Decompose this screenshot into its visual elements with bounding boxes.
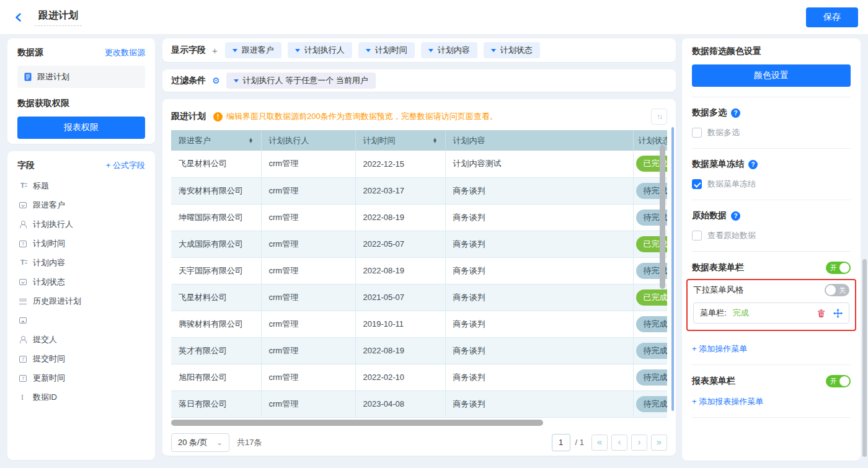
- chevron-down-icon: [491, 49, 496, 52]
- field-item[interactable]: 更新时间: [7, 368, 155, 387]
- dropdown-style-toggle[interactable]: 关: [825, 284, 849, 296]
- column-header[interactable]: 计划执行人: [261, 130, 355, 151]
- field-item[interactable]: 标题: [7, 176, 155, 195]
- field-item[interactable]: 计划执行人: [7, 214, 155, 234]
- display-field-chip[interactable]: 计划内容: [421, 42, 477, 58]
- next-page-button[interactable]: ›: [631, 435, 647, 451]
- cell-date: 2022-02-10: [355, 364, 445, 391]
- page-title[interactable]: 跟进计划: [35, 8, 82, 26]
- field-item[interactable]: 跟进客户: [7, 195, 155, 214]
- help-icon[interactable]: ?: [748, 160, 758, 169]
- change-datasource-link[interactable]: 更改数据源: [105, 47, 145, 58]
- multi-select-checkbox[interactable]: [692, 128, 702, 138]
- page-size-select[interactable]: 20 条/页 ⌄: [171, 433, 229, 452]
- cell-content: 商务谈判: [445, 177, 633, 204]
- table-header-row: 跟进客户 计划执行人 计划时间 计划内容 计划状态: [171, 130, 667, 151]
- add-formula-field-link[interactable]: + 公式字段: [106, 160, 145, 171]
- datasource-heading: 数据源: [17, 47, 43, 58]
- menu-freeze-checkbox[interactable]: [692, 179, 702, 189]
- save-button[interactable]: 保存: [806, 7, 858, 27]
- select-icon: [19, 201, 27, 210]
- cell-status: 待完成: [633, 391, 667, 417]
- cell-executor: crm管理: [261, 177, 355, 204]
- add-report-action-menu-link[interactable]: + 添加报表操作菜单: [692, 396, 763, 407]
- display-field-chip[interactable]: 计划时间: [358, 42, 415, 58]
- report-menu-toggle[interactable]: 开: [826, 375, 851, 387]
- field-item[interactable]: 提交人: [7, 330, 155, 349]
- chevron-down-icon: [295, 49, 300, 52]
- field-item[interactable]: 提交时间: [7, 349, 155, 368]
- table-row[interactable]: 旭阳有限公司 crm管理 2022-02-10 商务谈判 待完成: [171, 364, 667, 391]
- color-setting-button[interactable]: 颜色设置: [692, 64, 851, 87]
- menu-bar-item[interactable]: 菜单栏: 完成: [693, 302, 849, 324]
- help-icon[interactable]: ?: [731, 211, 740, 221]
- report-permission-button[interactable]: 报表权限: [17, 117, 145, 139]
- table-title: 跟进计划: [171, 111, 206, 122]
- table-row[interactable]: 英才有限公司 crm管理 2022-08-19 商务谈判 待完成: [171, 337, 667, 364]
- add-action-menu-link[interactable]: + 添加操作菜单: [692, 343, 747, 355]
- field-item[interactable]: 计划内容: [7, 253, 155, 272]
- toggle-knob: [839, 263, 849, 273]
- menu-freeze-heading: 数据菜单冻结: [692, 159, 744, 170]
- page-vertical-scrollbar[interactable]: [862, 259, 867, 457]
- first-page-button[interactable]: «: [591, 435, 608, 451]
- table-row[interactable]: 天宇国际有限公司 crm管理 2022-08-19 商务谈判 待完成: [171, 257, 667, 284]
- display-field-chip[interactable]: 计划执行人: [288, 42, 352, 58]
- datasource-panel: 数据源 更改数据源 跟进计划 数据获取权限 报表权限: [7, 38, 155, 144]
- display-field-chip[interactable]: 计划状态: [484, 42, 540, 58]
- back-button[interactable]: [10, 9, 27, 26]
- warning-icon: !: [213, 112, 223, 121]
- cell-content: 商务谈判: [445, 284, 633, 311]
- cell-content: 计划内容测试: [445, 151, 633, 177]
- sort-order-button[interactable]: ↑↓: [651, 108, 667, 125]
- current-page-input[interactable]: 1: [552, 434, 570, 451]
- column-header[interactable]: 计划内容: [445, 130, 633, 151]
- cell-status: 待完成: [633, 364, 667, 391]
- column-header[interactable]: 计划时间: [355, 130, 445, 151]
- cell-content: 商务谈判: [445, 231, 633, 257]
- menu-freeze-checkbox-label: 数据菜单冻结: [707, 179, 756, 190]
- table-horizontal-scrollbar[interactable]: [171, 420, 543, 426]
- field-item[interactable]: 计划时间: [7, 234, 155, 253]
- cell-executor: crm管理: [261, 257, 355, 284]
- table-row[interactable]: 大成国际有限公司 crm管理 2022-05-07 商务谈判 已完成: [171, 231, 667, 257]
- table-row[interactable]: 海安材料有限公司 crm管理 2022-03-17 商务谈判 待完成: [171, 177, 667, 204]
- table-row[interactable]: 飞星材料公司 crm管理 2021-05-07 商务谈判 已完成: [171, 284, 667, 311]
- display-field-chip[interactable]: 跟进客户: [225, 42, 281, 58]
- cell-date: 2022-08-19: [355, 204, 445, 231]
- cell-date: 2022-08-19: [355, 257, 445, 284]
- cell-date: 2022-12-15: [355, 151, 445, 177]
- prev-page-button[interactable]: ‹: [611, 435, 627, 451]
- table-row[interactable]: 坤曜国际有限公司 crm管理 2022-08-19 商务谈判 待完成: [171, 204, 667, 231]
- chevron-down-icon: [428, 49, 433, 52]
- status-badge: 待完成: [636, 396, 668, 412]
- raw-data-checkbox[interactable]: [692, 231, 702, 241]
- sort-icon[interactable]: [249, 138, 254, 143]
- table-row[interactable]: 飞星材料公司 crm管理 2022-12-15 计划内容测试 已完成: [171, 151, 667, 177]
- document-icon: [24, 73, 32, 81]
- table-vertical-scrollbar[interactable]: [660, 145, 665, 289]
- add-display-field-icon[interactable]: +: [212, 45, 218, 56]
- help-icon[interactable]: ?: [731, 108, 740, 118]
- color-setting-heading: 数据筛选颜色设置: [692, 46, 851, 57]
- cell-executor: crm管理: [261, 284, 355, 311]
- cell-customer: 旭阳有限公司: [171, 364, 261, 391]
- filter-condition-chip[interactable]: 计划执行人 等于任意一个 当前用户: [226, 73, 376, 89]
- field-item[interactable]: 数据ID: [7, 387, 155, 407]
- trash-icon[interactable]: [817, 309, 826, 318]
- datasource-item[interactable]: 跟进计划: [17, 66, 145, 88]
- gear-icon[interactable]: ⚙: [212, 76, 220, 85]
- table-row[interactable]: 落日有限公司 crm管理 2023-04-08 商务谈判 待完成: [171, 391, 667, 417]
- user-icon: [19, 220, 27, 229]
- table-row[interactable]: 腾骏材料有限公司 crm管理 2019-10-11 商务谈判 待完成: [171, 311, 667, 337]
- move-icon[interactable]: [833, 309, 843, 318]
- calendar-icon: [19, 374, 27, 382]
- field-item[interactable]: [7, 311, 155, 330]
- field-item[interactable]: 计划状态: [7, 272, 155, 291]
- cell-executor: crm管理: [261, 391, 355, 417]
- table-menu-toggle[interactable]: 开: [826, 262, 851, 274]
- column-header[interactable]: 跟进客户: [171, 130, 261, 151]
- sort-icon[interactable]: [433, 138, 438, 143]
- last-page-button[interactable]: »: [651, 435, 667, 451]
- field-item[interactable]: 历史跟进计划: [7, 291, 155, 311]
